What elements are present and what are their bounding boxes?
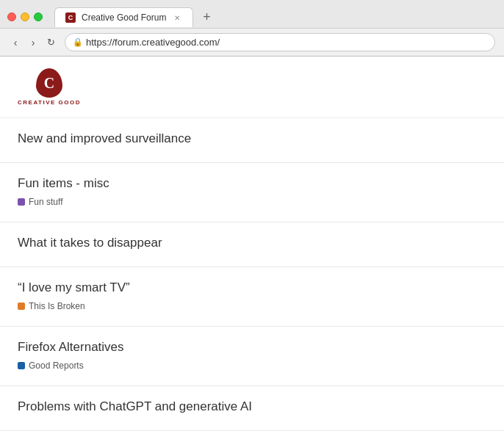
forum-list-item[interactable]: What it takes to disappear [0, 222, 504, 267]
tab-title-label: Creative Good Forum [82, 12, 166, 23]
tag-label: Fun stuff [29, 197, 62, 207]
forum-list-item[interactable]: “I love my smart TV”This Is Broken [0, 267, 504, 327]
forum-list-item[interactable]: Firefox AlternativesGood Reports [0, 327, 504, 386]
site-header: C CREATIVE GOOD [0, 57, 504, 118]
tag-label: This Is Broken [29, 301, 85, 311]
forum-item-title: New and improved surveillance [18, 131, 486, 146]
address-bar-row: ‹ › ↻ 🔒 https://forum.creativegood.com/ [0, 28, 504, 56]
logo-circle-icon: C [36, 68, 62, 98]
nav-buttons: ‹ › ↻ [9, 36, 57, 49]
refresh-button[interactable]: ↻ [44, 36, 57, 49]
forum-list-item[interactable]: Problems with ChatGPT and generative AI [0, 386, 504, 431]
tag-color-dot [18, 198, 25, 206]
forum-item-title: Problems with ChatGPT and generative AI [18, 399, 486, 414]
forward-button[interactable]: › [26, 36, 40, 49]
title-bar: C Creative Good Forum ✕ + [0, 0, 504, 28]
forum-item-title: Firefox Alternatives [18, 340, 486, 355]
maximize-window-button[interactable] [34, 12, 43, 21]
forum-item-title: “I love my smart TV” [18, 280, 486, 295]
browser-chrome: C Creative Good Forum ✕ + ‹ › ↻ 🔒 https:… [0, 0, 504, 57]
forum-list-item[interactable]: New and improved surveillance [0, 118, 504, 163]
traffic-lights [7, 12, 43, 21]
page-content: C CREATIVE GOOD New and improved surveil… [0, 57, 504, 442]
lock-icon: 🔒 [73, 37, 83, 47]
tag-color-dot [18, 362, 25, 369]
forum-item-tag: This Is Broken [18, 301, 85, 311]
active-tab[interactable]: C Creative Good Forum ✕ [54, 7, 193, 27]
new-tab-button[interactable]: + [196, 7, 217, 27]
address-field[interactable]: 🔒 https://forum.creativegood.com/ [65, 33, 495, 51]
back-button[interactable]: ‹ [9, 36, 22, 49]
close-window-button[interactable] [7, 12, 16, 21]
logo-text-label: CREATIVE GOOD [18, 99, 81, 106]
forum-item-tag: Fun stuff [18, 197, 62, 207]
tag-color-dot [18, 302, 25, 310]
forum-item-title: Fun items - misc [18, 176, 486, 191]
site-logo: C CREATIVE GOOD [18, 68, 81, 106]
forum-item-title: What it takes to disappear [18, 236, 486, 250]
tag-label: Good Reports [29, 361, 84, 371]
forum-item-tag: Good Reports [18, 361, 84, 371]
forum-list: New and improved surveillanceFun items -… [0, 118, 504, 431]
tab-favicon-icon: C [65, 12, 76, 23]
tab-bar: C Creative Good Forum ✕ + [54, 7, 217, 27]
url-text: https://forum.creativegood.com/ [86, 37, 220, 48]
minimize-window-button[interactable] [21, 12, 29, 21]
forum-list-item[interactable]: Fun items - miscFun stuff [0, 163, 504, 222]
tab-close-button[interactable]: ✕ [172, 12, 182, 23]
